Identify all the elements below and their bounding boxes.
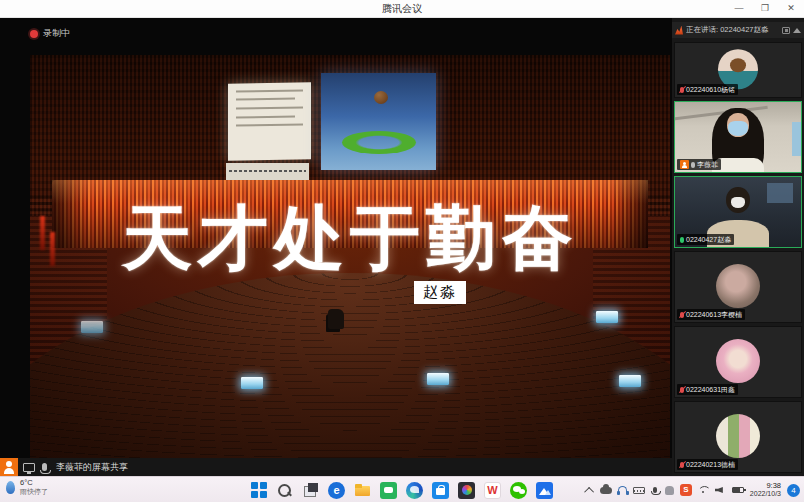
participant-name: 022240631田鑫 [686, 385, 735, 395]
participant-name: 李薇菲 [697, 160, 718, 170]
projection-screen-text [228, 82, 311, 160]
waveform-strip [226, 163, 309, 180]
participant-label: 02240427赵淼 [677, 234, 734, 245]
recording-indicator: 录制中 [30, 27, 70, 40]
venue-monitor [619, 375, 641, 387]
search-icon[interactable] [276, 482, 293, 499]
venue-monitor [596, 311, 618, 323]
active-speaker-label: 正在讲话: 02240427赵淼 [686, 25, 779, 35]
screen-share-icon [23, 463, 35, 472]
window-controls: — ❐ ✕ [726, 0, 804, 18]
minimize-button[interactable]: — [726, 0, 752, 18]
sharer-person-icon [0, 458, 18, 476]
weather-rain-icon [6, 481, 15, 494]
system-tray: S 9:38 2022/10/3 4 [587, 477, 800, 502]
sphere-graphic [374, 91, 388, 104]
window-title: 腾讯会议 [0, 0, 804, 18]
participant-tile[interactable]: 李薇菲 [674, 101, 802, 173]
mic-muted-icon [680, 312, 684, 318]
mic-on-icon [680, 237, 684, 243]
participant-tile[interactable]: 022240613李樱楠 [674, 251, 802, 323]
file-explorer-icon[interactable] [354, 482, 371, 499]
title-bar: 腾讯会议 — ❐ ✕ [0, 0, 804, 18]
mic-muted-icon [680, 87, 684, 93]
speaker-wheelchair [328, 309, 344, 329]
stage-name-tag: 赵淼 [414, 281, 466, 304]
mic-muted-icon [680, 462, 684, 468]
restore-button[interactable]: ❐ [752, 0, 778, 18]
mic-icon [691, 162, 695, 168]
browser-e-icon[interactable]: e [328, 482, 345, 499]
venue-monitor [241, 377, 263, 389]
tencent-meeting-icon[interactable] [536, 482, 553, 499]
clock[interactable]: 9:38 2022/10/3 [750, 481, 781, 498]
participant-label: 022240213德楠 [677, 459, 738, 470]
screen-share-bar[interactable]: 李薇菲的屏幕共享 [0, 458, 672, 476]
weather-temperature: 6°C [20, 479, 48, 488]
app-window: 腾讯会议 — ❐ ✕ 录制中 [0, 0, 804, 502]
share-bar-label: 李薇菲的屏幕共享 [56, 461, 128, 474]
shared-screen-area: 录制中 天才处于勤奋 赵淼 [0, 18, 672, 476]
close-button[interactable]: ✕ [778, 0, 804, 18]
participant-name: 022240613李樱楠 [686, 310, 742, 320]
participant-tiles: 022240610杨铭 李薇菲 [674, 42, 802, 473]
venue-monitor [427, 373, 449, 385]
taskbar-app-icons: e W [251, 477, 553, 502]
sharer-badge-icon [680, 160, 689, 169]
projection-screen-simulation [321, 73, 436, 170]
keyboard-icon[interactable] [633, 487, 645, 494]
s-tray-icon[interactable]: S [680, 484, 692, 496]
collapse-panel-icon[interactable] [793, 28, 801, 33]
microphone-icon [42, 463, 47, 471]
wifi-icon[interactable] [698, 486, 709, 494]
weather-widget[interactable]: 6°C 雨快停了 [6, 479, 48, 496]
clock-time: 9:38 [766, 481, 781, 490]
stage-subtitle-text: 天才处于勤奋 [30, 202, 670, 276]
avatar [716, 264, 760, 308]
participant-tile[interactable]: 02240427赵淼 [674, 176, 802, 248]
headset-icon[interactable] [618, 486, 627, 494]
green-chat-app-icon[interactable] [380, 482, 397, 499]
windows-taskbar: 6°C 雨快停了 e W S [0, 476, 804, 502]
shared-video[interactable]: 天才处于勤奋 赵淼 [30, 55, 670, 458]
participant-name: 022240213德楠 [686, 460, 735, 470]
weather-description: 雨快停了 [20, 488, 48, 496]
recording-dot-icon [30, 30, 38, 38]
photos-app-icon[interactable] [458, 482, 475, 499]
cloud-sync-icon[interactable] [600, 487, 612, 494]
wechat-icon[interactable] [510, 482, 527, 499]
tray-app-icon[interactable] [665, 486, 674, 495]
avatar [716, 339, 760, 383]
tray-microphone-icon[interactable] [653, 487, 657, 493]
volume-icon[interactable] [715, 487, 723, 493]
microsoft-store-icon[interactable] [432, 482, 449, 499]
mic-muted-icon [680, 387, 684, 393]
stage-floor [30, 273, 670, 458]
notification-count-badge[interactable]: 4 [787, 484, 800, 497]
participant-tile[interactable]: 022240610杨铭 [674, 42, 802, 98]
participant-label: 022240613李樱楠 [677, 309, 745, 320]
participant-label: 李薇菲 [677, 159, 721, 170]
layout-switch-icon[interactable] [782, 27, 790, 34]
recording-label: 录制中 [43, 27, 70, 40]
participant-tile[interactable]: 022240631田鑫 [674, 326, 802, 398]
participants-panel: 正在讲话: 02240427赵淼 022240610杨铭 [672, 18, 804, 476]
active-speaker-bar: 正在讲话: 02240427赵淼 [672, 22, 804, 38]
avatar [716, 414, 760, 458]
hidden-icons-chevron[interactable] [584, 486, 594, 496]
green-ring-graphic [342, 131, 416, 154]
participant-label: 022240610杨铭 [677, 84, 738, 95]
battery-icon[interactable] [732, 487, 744, 493]
clock-date: 2022/10/3 [750, 490, 781, 498]
task-view-icon[interactable] [302, 482, 319, 499]
participant-label: 022240631田鑫 [677, 384, 738, 395]
speaking-wave-icon [675, 26, 683, 35]
wps-office-icon[interactable]: W [484, 482, 501, 499]
venue-monitor [81, 321, 103, 333]
participant-name: 022240610杨铭 [686, 85, 735, 95]
participant-name: 02240427赵淼 [686, 235, 731, 245]
edge-browser-icon[interactable] [406, 482, 423, 499]
start-button-icon[interactable] [251, 482, 267, 498]
participant-tile[interactable]: 022240213德楠 [674, 401, 802, 473]
